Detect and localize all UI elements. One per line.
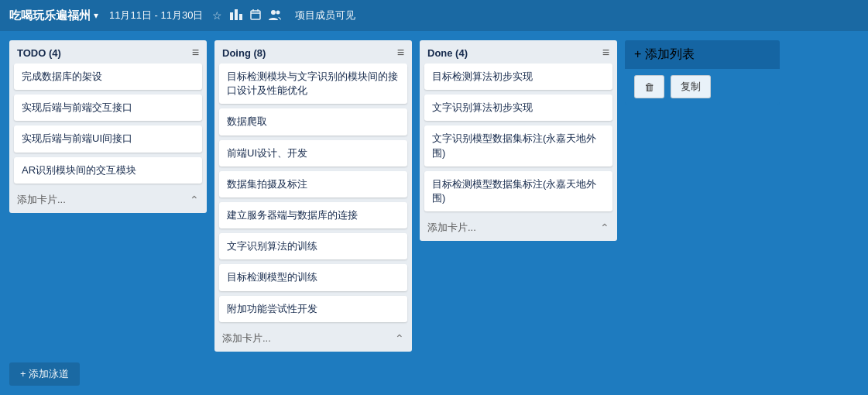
list-item[interactable]: 前端UI设计、开发 [219, 140, 407, 167]
add-list-panel-title: + 添加列表 [634, 46, 695, 63]
svg-rect-1 [235, 9, 238, 20]
svg-rect-0 [230, 12, 233, 20]
add-card-done-label: 添加卡片... [427, 221, 476, 235]
list-item[interactable]: 目标检测算法初步实现 [424, 64, 612, 90]
svg-rect-2 [239, 14, 242, 20]
list-item[interactable]: 目标检测模块与文字识别的模块间的接口设计及性能优化 [219, 64, 407, 104]
svg-point-8 [276, 10, 280, 14]
list-item[interactable]: 目标检测模型的训练 [219, 264, 407, 290]
column-todo: TODO (4) ≡ 完成数据库的架设 实现后端与前端交互接口 实现后端与前端U… [9, 40, 207, 213]
board-title[interactable]: 吃喝玩乐遍福州 [9, 9, 91, 23]
list-item[interactable]: 建立服务器端与数据库的连接 [219, 202, 407, 228]
column-doing-title: Doing (8) [222, 47, 266, 59]
list-item[interactable]: 数据集拍摄及标注 [219, 171, 407, 198]
column-todo-menu-icon[interactable]: ≡ [192, 46, 199, 59]
delete-list-button[interactable]: 🗑 [634, 75, 664, 98]
add-card-doing-chevron: ⌃ [395, 332, 404, 345]
board-wrapper: TODO (4) ≡ 完成数据库的架设 实现后端与前端交互接口 实现后端与前端U… [0, 31, 868, 395]
list-item[interactable]: 附加功能尝试性开发 [219, 296, 407, 322]
list-item[interactable]: 文字识别模型数据集标注(永嘉天地外围) [424, 125, 612, 166]
column-done-cards: 目标检测算法初步实现 文字识别算法初步实现 文字识别模型数据集标注(永嘉天地外围… [420, 64, 617, 216]
board: TODO (4) ≡ 完成数据库的架设 实现后端与前端交互接口 实现后端与前端U… [0, 31, 868, 395]
date-range: 11月11日 - 11月30日 [109, 9, 203, 22]
chart-icon[interactable] [230, 9, 242, 22]
add-card-done[interactable]: 添加卡片... ⌃ [420, 216, 617, 241]
calendar-icon[interactable] [250, 9, 261, 22]
list-item[interactable]: AR识别模块间的交互模块 [14, 157, 202, 184]
add-card-todo[interactable]: 添加卡片... ⌃ [9, 188, 207, 213]
column-doing-cards: 目标检测模块与文字识别的模块间的接口设计及性能优化 数据爬取 前端UI设计、开发… [214, 64, 412, 327]
column-done: Done (4) ≡ 目标检测算法初步实现 文字识别算法初步实现 文字识别模型数… [420, 40, 617, 241]
list-item[interactable]: 实现后端与前端UI间接口 [14, 125, 202, 152]
add-list-panel-header[interactable]: + 添加列表 [625, 40, 780, 69]
add-card-doing-label: 添加卡片... [222, 331, 271, 345]
add-card-todo-label: 添加卡片... [17, 193, 66, 207]
visibility-label: 项目成员可见 [295, 9, 355, 22]
add-card-todo-chevron: ⌃ [190, 194, 199, 206]
add-swimlane-label: + 添加泳道 [20, 367, 69, 381]
title-dropdown-icon[interactable]: ▾ [94, 10, 98, 21]
column-doing-menu-icon[interactable]: ≡ [397, 46, 404, 59]
column-done-header: Done (4) ≡ [420, 40, 617, 64]
column-doing-header: Doing (8) ≡ [214, 40, 412, 64]
list-item[interactable]: 目标检测模型数据集标注(永嘉天地外围) [424, 171, 612, 211]
delete-icon: 🗑 [644, 81, 654, 93]
column-doing: Doing (8) ≡ 目标检测模块与文字识别的模块间的接口设计及性能优化 数据… [214, 40, 412, 352]
list-item[interactable]: 完成数据库的架设 [14, 64, 202, 90]
list-item[interactable]: 实现后端与前端交互接口 [14, 94, 202, 121]
add-swimlane-button[interactable]: + 添加泳道 [9, 362, 80, 386]
column-todo-title: TODO (4) [17, 47, 61, 59]
copy-list-button[interactable]: 复制 [671, 75, 711, 98]
column-todo-cards: 完成数据库的架设 实现后端与前端交互接口 实现后端与前端UI间接口 AR识别模块… [9, 64, 207, 188]
column-todo-header: TODO (4) ≡ [9, 40, 207, 64]
add-card-done-chevron: ⌃ [600, 222, 609, 234]
board-header: 吃喝玩乐遍福州 ▾ 11月11日 - 11月30日 ☆ 项目成员可见 [0, 0, 868, 31]
list-item[interactable]: 数据爬取 [219, 108, 407, 135]
members-icon[interactable] [269, 9, 281, 22]
star-icon[interactable]: ☆ [212, 9, 222, 22]
svg-point-7 [271, 10, 276, 15]
column-done-menu-icon[interactable]: ≡ [602, 46, 609, 59]
list-item[interactable]: 文字识别算法的训练 [219, 233, 407, 259]
add-list-panel: + 添加列表 🗑 复制 [625, 40, 780, 105]
list-item[interactable]: 文字识别算法初步实现 [424, 94, 612, 121]
svg-rect-3 [251, 11, 260, 19]
header-icons: ☆ 项目成员可见 [212, 9, 355, 22]
column-done-title: Done (4) [427, 47, 468, 59]
add-card-doing[interactable]: 添加卡片... ⌃ [214, 327, 412, 352]
add-list-actions: 🗑 复制 [625, 69, 780, 105]
